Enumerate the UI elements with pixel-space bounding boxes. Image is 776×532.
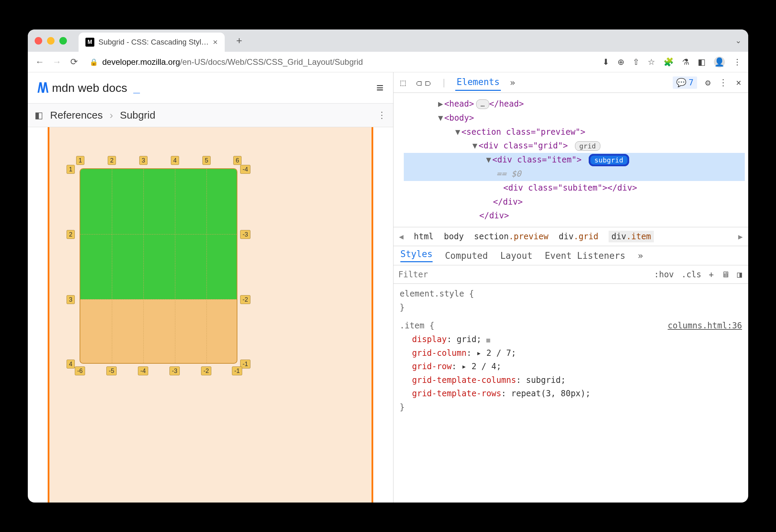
window-controls <box>35 37 67 45</box>
styles-tabs: Styles Computed Layout Event Listeners » <box>393 246 748 265</box>
grid-line-label: 3 <box>67 295 75 304</box>
page-pane: /\/\ mdn web docs _ ≡ ◧ References › Sub… <box>28 72 393 503</box>
downloads-icon[interactable]: ⬇ <box>602 57 609 67</box>
grid-line-label: 4 <box>171 156 179 165</box>
menu-button[interactable]: ⋮ <box>733 57 741 67</box>
sidebar-toggle-icon[interactable]: ◧ <box>35 110 43 121</box>
lock-icon: 🔒 <box>90 58 98 66</box>
mdn-mark-icon: /\/\ <box>37 80 47 96</box>
toggle-sidebar-icon[interactable]: ◨ <box>737 270 742 279</box>
settings-icon[interactable]: ⚙ <box>705 77 711 88</box>
grid-line-label: 5 <box>202 156 211 165</box>
dom-tree[interactable]: ▶<head>…</head> ▼<body> ▼<section class=… <box>393 93 748 227</box>
more-styles-tabs-icon[interactable]: » <box>638 251 643 261</box>
grid-line-label: 1 <box>76 156 84 165</box>
scroll-left-icon[interactable]: ◀ <box>399 232 403 241</box>
grid-line-label: -2 <box>240 295 250 304</box>
new-rule-icon[interactable]: + <box>709 270 714 279</box>
hov-toggle[interactable]: :hov <box>654 270 674 279</box>
devtools-menu-icon[interactable]: ⋮ <box>719 77 728 88</box>
grid-line-label: 2 <box>67 230 75 239</box>
back-button[interactable]: ← <box>35 57 45 67</box>
grid-overlay: 1 2 3 4 5 6 1 2 3 4 -4 -3 -2 -1 <box>80 168 237 364</box>
dom-breadcrumb[interactable]: ◀ html body section.preview div.grid div… <box>393 227 748 246</box>
layout-tab[interactable]: Layout <box>500 251 532 261</box>
devtools-toolbar: ⬚ ⫏⫐ | Elements » 💬 7 ⚙ ⋮ × <box>393 72 748 93</box>
close-tab-button[interactable]: × <box>213 37 218 47</box>
extensions-icon[interactable]: 🧩 <box>663 57 674 67</box>
computed-sidebar-icon[interactable]: 🖥 <box>721 270 730 279</box>
profile-avatar[interactable]: 👤 <box>714 57 725 68</box>
mdn-header: /\/\ mdn web docs _ ≡ <box>28 72 393 103</box>
grid-line-label: 3 <box>139 156 148 165</box>
browser-window: M Subgrid - CSS: Cascading Styl… × + ⌄ ←… <box>28 29 748 503</box>
address-field[interactable]: 🔒 developer.mozilla.org/en-US/docs/Web/C… <box>90 57 596 67</box>
url-text: developer.mozilla.org/en-US/docs/Web/CSS… <box>102 57 363 67</box>
devtools-pane: ⬚ ⫏⫐ | Elements » 💬 7 ⚙ ⋮ × ▶<head>…</he… <box>393 72 748 503</box>
url-bar: ← → ⟳ 🔒 developer.mozilla.org/en-US/docs… <box>28 52 748 72</box>
tab-title: Subgrid - CSS: Cascading Styl… <box>98 38 209 47</box>
styles-tab[interactable]: Styles <box>400 249 433 262</box>
cls-toggle[interactable]: .cls <box>681 270 701 279</box>
preview-container: 1 2 3 4 5 6 1 2 3 4 -4 -3 -2 -1 <box>48 127 373 503</box>
computed-tab[interactable]: Computed <box>445 251 488 261</box>
scroll-right-icon[interactable]: ▶ <box>738 232 743 241</box>
labs-icon[interactable]: ⚗ <box>682 57 690 67</box>
source-link[interactable]: columns.html:36 <box>668 319 742 333</box>
device-toggle-icon[interactable]: ⫏⫐ <box>415 77 433 88</box>
breadcrumb-bar: ◧ References › Subgrid ⋮ <box>28 103 393 127</box>
inspect-icon[interactable]: ⬚ <box>400 77 406 88</box>
breadcrumb-separator-icon: › <box>109 109 113 121</box>
more-tabs-icon[interactable]: » <box>510 77 515 88</box>
subgrid-badge[interactable]: subgrid <box>589 154 629 166</box>
crumb-item[interactable]: div.item <box>609 231 654 242</box>
elements-tab[interactable]: Elements <box>455 74 501 91</box>
grid-line-label: 2 <box>108 156 116 165</box>
bookmark-icon[interactable]: ☆ <box>648 57 655 67</box>
grid-line-label: -3 <box>169 366 180 375</box>
hamburger-menu-button[interactable]: ≡ <box>376 81 384 95</box>
toolbar-icons: ⬇ ⊕ ⇧ ☆ 🧩 ⚗ ◧ 👤 ⋮ <box>602 57 741 68</box>
crumb-body[interactable]: body <box>444 232 464 241</box>
breadcrumb-references[interactable]: References <box>50 109 103 121</box>
css-rules[interactable]: element.style { } .item {columns.html:36… <box>393 284 748 418</box>
grid-badge[interactable]: grid <box>575 141 600 151</box>
cursor-icon: _ <box>133 81 140 95</box>
grid-icon[interactable]: ▦ <box>486 336 490 343</box>
close-window-button[interactable] <box>35 37 42 45</box>
mdn-logo-text: mdn web docs <box>52 81 127 95</box>
grid-line-label: -3 <box>240 230 250 239</box>
reload-button[interactable]: ⟳ <box>69 57 79 67</box>
titlebar: M Subgrid - CSS: Cascading Styl… × + ⌄ <box>28 29 748 52</box>
panel-icon[interactable]: ◧ <box>698 57 706 67</box>
forward-button[interactable]: → <box>52 57 62 67</box>
subgrid-item <box>80 168 237 364</box>
content-row: /\/\ mdn web docs _ ≡ ◧ References › Sub… <box>28 72 748 503</box>
crumb-html[interactable]: html <box>414 232 434 241</box>
grid-line-label: -4 <box>138 366 148 375</box>
crumb-section[interactable]: section.preview <box>474 232 549 241</box>
grid-line-label: 6 <box>233 156 242 165</box>
close-devtools-icon[interactable]: × <box>736 77 741 88</box>
mdn-logo[interactable]: /\/\ mdn web docs _ <box>37 80 140 96</box>
breadcrumb-subgrid[interactable]: Subgrid <box>120 109 155 121</box>
tabs-dropdown-button[interactable]: ⌄ <box>735 36 741 45</box>
new-tab-button[interactable]: + <box>236 35 243 47</box>
grid-line-label: 1 <box>67 165 75 174</box>
crumb-grid[interactable]: div.grid <box>559 232 599 241</box>
styles-filter-row: :hov .cls + 🖥 ◨ <box>393 265 748 284</box>
share-icon[interactable]: ⇧ <box>633 57 639 67</box>
event-listeners-tab[interactable]: Event Listeners <box>545 251 625 261</box>
minimize-window-button[interactable] <box>47 37 55 45</box>
grid-line-label: -2 <box>201 366 211 375</box>
styles-filter-input[interactable] <box>393 270 648 279</box>
issues-badge[interactable]: 💬 7 <box>673 76 697 89</box>
browser-tab[interactable]: M Subgrid - CSS: Cascading Styl… × <box>79 33 225 52</box>
favicon-icon: M <box>85 38 94 47</box>
grid-line-label: -6 <box>75 366 85 375</box>
grid-line-label: -1 <box>232 366 242 375</box>
maximize-window-button[interactable] <box>59 37 67 45</box>
zoom-icon[interactable]: ⊕ <box>618 57 624 67</box>
breadcrumb-more-button[interactable]: ⋮ <box>377 110 386 121</box>
preview-area: 1 2 3 4 5 6 1 2 3 4 -4 -3 -2 -1 <box>28 127 393 503</box>
